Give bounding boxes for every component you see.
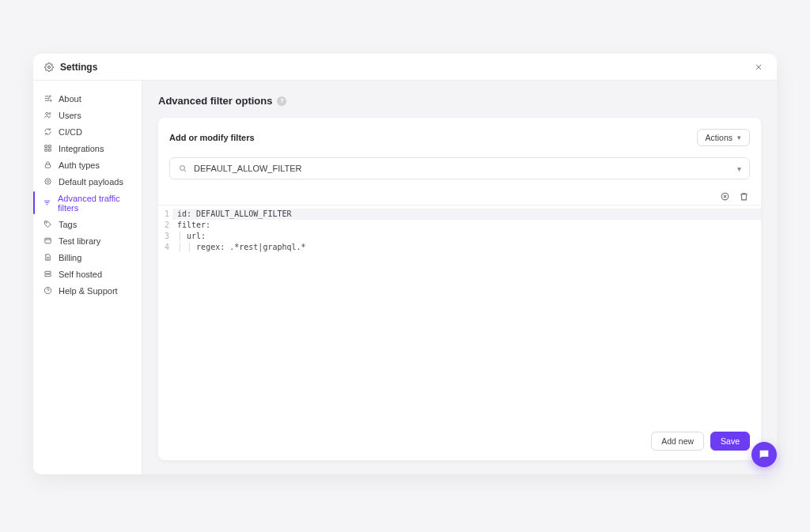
grid-icon [43, 144, 52, 153]
sidebar-item-help[interactable]: Help & Support [33, 282, 142, 299]
sidebar-item-label: About [59, 94, 81, 104]
modal-title: Settings [60, 62, 97, 73]
filter-icon [43, 198, 51, 208]
code-area[interactable]: id: DEFAULT_ALLOW_FILTER filter: │ url: … [172, 206, 761, 422]
chevron-down-icon: ▾ [737, 164, 741, 173]
svg-point-2 [47, 98, 49, 100]
sidebar-item-testlibrary[interactable]: Test library [33, 232, 142, 249]
settings-modal: Settings About Users CI/CD Integrations [33, 54, 777, 474]
sidebar-item-about[interactable]: About [33, 90, 142, 107]
card-footer: Add new Save [158, 422, 761, 460]
svg-point-3 [50, 100, 51, 101]
sidebar-item-label: Self hosted [59, 270, 102, 279]
page-title: Advanced filter options [158, 95, 272, 107]
sidebar-item-label: Tags [59, 220, 77, 229]
code-editor[interactable]: 1 2 3 4 id: DEFAULT_ALLOW_FILTER filter:… [158, 205, 761, 422]
svg-rect-8 [44, 149, 47, 151]
svg-point-13 [45, 222, 46, 223]
card-header: Add or modify filters Actions ▾ [158, 118, 761, 154]
sidebar-item-label: Integrations [59, 144, 104, 153]
sidebar-item-label: Default payloads [59, 177, 123, 187]
editor-toolbar [158, 179, 761, 205]
filter-search-input[interactable] [194, 164, 731, 173]
page-header: Advanced filter options ? [142, 81, 777, 118]
svg-point-5 [48, 113, 50, 115]
sliders-icon [43, 94, 52, 104]
svg-rect-16 [44, 274, 50, 277]
svg-point-11 [44, 179, 50, 184]
line-gutter: 1 2 3 4 [158, 206, 172, 422]
save-button[interactable]: Save [710, 432, 750, 451]
modal-body: About Users CI/CD Integrations Auth type… [33, 81, 777, 474]
svg-rect-14 [44, 238, 50, 243]
main-content: Advanced filter options ? Add or modify … [142, 81, 777, 474]
filter-card: Add or modify filters Actions ▾ ▾ [158, 118, 761, 460]
sidebar-item-billing[interactable]: Billing [33, 249, 142, 266]
reset-icon[interactable] [720, 191, 731, 202]
sidebar-item-label: CI/CD [59, 127, 82, 137]
billing-icon [43, 253, 52, 262]
card-title: Add or modify filters [169, 133, 255, 142]
users-icon [43, 111, 52, 120]
library-icon [43, 236, 52, 246]
tag-icon [43, 220, 52, 229]
sidebar-item-label: Billing [59, 253, 81, 262]
filter-select[interactable]: ▾ [169, 157, 750, 179]
info-icon[interactable]: ? [277, 96, 286, 106]
svg-point-4 [45, 112, 47, 115]
sidebar-item-tags[interactable]: Tags [33, 216, 142, 232]
svg-point-0 [48, 66, 51, 68]
sidebar-item-label: Auth types [59, 160, 100, 170]
svg-rect-9 [48, 149, 51, 151]
close-button[interactable] [751, 60, 766, 74]
gear-icon [44, 62, 54, 72]
chevron-down-icon: ▾ [737, 134, 741, 141]
delete-icon[interactable] [739, 191, 750, 202]
svg-point-12 [47, 180, 49, 183]
sidebar-item-label: Advanced traffic filters [58, 194, 132, 213]
help-icon [43, 286, 52, 296]
sidebar-item-advancedfilters[interactable]: Advanced traffic filters [33, 190, 142, 216]
sidebar-item-selfhosted[interactable]: Self hosted [33, 266, 142, 282]
sidebar-item-label: Test library [59, 236, 100, 246]
sidebar-item-label: Help & Support [59, 286, 118, 296]
svg-rect-10 [45, 164, 50, 168]
svg-rect-15 [44, 271, 50, 274]
svg-rect-7 [48, 145, 51, 148]
target-icon [43, 177, 52, 187]
sidebar-item-integrations[interactable]: Integrations [33, 140, 142, 157]
lock-icon [43, 160, 52, 170]
add-new-button[interactable]: Add new [651, 432, 704, 451]
sidebar: About Users CI/CD Integrations Auth type… [33, 81, 142, 474]
loop-icon [43, 127, 52, 137]
sidebar-item-label: Users [59, 111, 81, 120]
actions-dropdown[interactable]: Actions ▾ [697, 129, 750, 146]
chat-fab[interactable] [751, 442, 777, 467]
svg-rect-6 [44, 145, 47, 148]
sidebar-item-cicd[interactable]: CI/CD [33, 123, 142, 140]
search-icon [178, 164, 187, 173]
sidebar-item-authtypes[interactable]: Auth types [33, 157, 142, 173]
sidebar-item-defaultpayloads[interactable]: Default payloads [33, 173, 142, 190]
actions-label: Actions [706, 133, 732, 142]
server-icon [43, 270, 52, 279]
modal-header: Settings [33, 54, 777, 81]
svg-point-1 [49, 96, 51, 97]
sidebar-item-users[interactable]: Users [33, 107, 142, 123]
svg-point-18 [180, 166, 185, 171]
